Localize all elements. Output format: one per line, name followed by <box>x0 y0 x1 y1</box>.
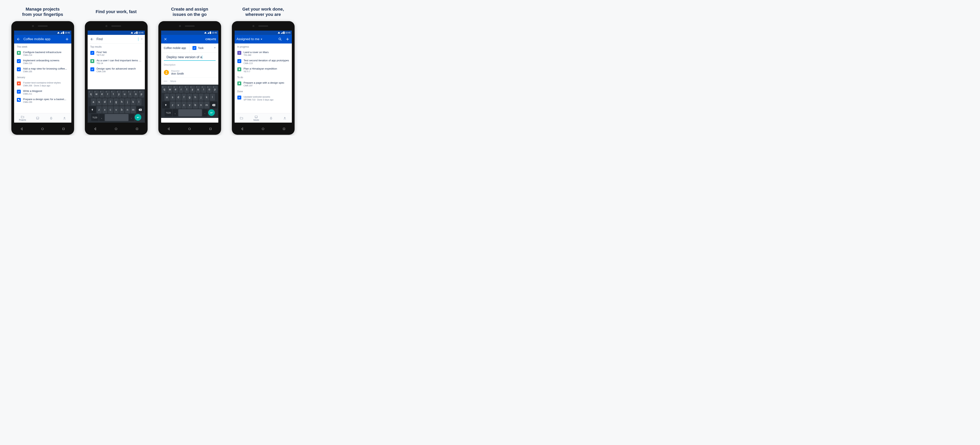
key-k[interactable]: k <box>131 98 136 105</box>
key-n[interactable]: n <box>125 106 130 113</box>
key-o[interactable]: 9o <box>133 90 138 98</box>
android-back-icon[interactable] <box>20 127 24 131</box>
summary-input[interactable]: Deploy new version of a <box>164 52 216 61</box>
android-recent-icon[interactable] <box>282 127 286 131</box>
issue-row[interactable]: Update website assetsSPTRM-710 · Done 3 … <box>235 94 292 102</box>
add-icon[interactable] <box>65 37 69 41</box>
soft-keyboard[interactable]: 1q2w3e4r5t6y7u8i9o0pasdfghjklzxcvbnm?123… <box>88 89 145 123</box>
nav-issues[interactable]: Issues <box>253 115 259 121</box>
issue-row[interactable]: Configure backend infrastructureCMA-214 <box>14 49 72 58</box>
key-x[interactable]: x <box>176 101 181 109</box>
android-back-icon[interactable] <box>240 127 244 131</box>
key-t[interactable]: 5t <box>111 90 116 98</box>
key-e[interactable]: 3e <box>100 90 105 98</box>
android-home-icon[interactable] <box>261 127 265 131</box>
key-w[interactable]: 2w <box>167 86 172 93</box>
key-g[interactable]: g <box>114 98 119 105</box>
key-v[interactable]: v <box>187 101 192 109</box>
issue-row[interactable]: Write a blogpostCMA-211 <box>14 88 72 97</box>
key-v[interactable]: v <box>114 106 119 113</box>
filter-dropdown[interactable]: Assigned to me <box>237 37 275 41</box>
more-fields[interactable]: ••• More <box>161 78 218 85</box>
key-e[interactable]: 3e <box>173 86 178 93</box>
key-m[interactable]: m <box>131 106 136 113</box>
key-c[interactable]: c <box>108 106 113 113</box>
key-a[interactable]: a <box>164 93 170 101</box>
key-n[interactable]: n <box>199 101 204 109</box>
key-a[interactable]: a <box>91 98 96 105</box>
nav-profile[interactable] <box>63 116 66 120</box>
key-p[interactable]: 0p <box>212 86 218 93</box>
issue-row[interactable]: Prepare a page with a design specCMA-197 <box>235 80 292 88</box>
key-c[interactable]: c <box>181 101 186 109</box>
issue-row[interactable]: Footer text contains inline stylesCMA-20… <box>14 80 72 88</box>
key-t[interactable]: 5t <box>184 86 189 93</box>
key-z[interactable]: z <box>97 106 102 113</box>
android-back-icon[interactable] <box>167 127 170 131</box>
key-x[interactable]: x <box>102 106 107 113</box>
issue-row[interactable]: Plan a Himalayan expeditionYETI-7 <box>235 66 292 74</box>
key-backspace[interactable] <box>137 106 144 113</box>
android-recent-icon[interactable] <box>209 127 212 131</box>
key-l[interactable]: l <box>210 93 215 101</box>
key-s[interactable]: s <box>97 98 102 105</box>
key-y[interactable]: 6y <box>116 90 121 98</box>
nav-projects[interactable]: Projects <box>19 115 26 121</box>
key-d[interactable]: d <box>102 98 107 105</box>
android-back-icon[interactable] <box>94 127 97 131</box>
nav-projects[interactable] <box>240 116 243 120</box>
description-field[interactable]: Description <box>161 61 218 69</box>
key-enter[interactable] <box>135 114 141 120</box>
key-f[interactable]: f <box>108 98 113 105</box>
key-m[interactable]: m <box>204 101 209 109</box>
key-h[interactable]: h <box>193 93 198 101</box>
key-j[interactable]: j <box>199 93 204 101</box>
nav-profile[interactable] <box>283 116 286 120</box>
key-z[interactable]: z <box>170 101 175 109</box>
android-recent-icon[interactable] <box>135 127 139 131</box>
key-period[interactable]: . <box>129 114 134 121</box>
key-i[interactable]: 8i <box>127 90 133 98</box>
key-u[interactable]: 7u <box>196 86 201 93</box>
key-o[interactable]: 9o <box>207 86 212 93</box>
back-icon[interactable] <box>89 37 94 41</box>
key-j[interactable]: j <box>125 98 130 105</box>
key-k[interactable]: k <box>204 93 209 101</box>
key-comma[interactable]: , <box>173 109 178 116</box>
key-space[interactable] <box>178 109 202 116</box>
issue-row[interactable]: Add a map view for browsing coffee...CMA… <box>14 66 72 74</box>
key-r[interactable]: 4r <box>179 86 184 93</box>
issue-row[interactable]: Land a rover on MarsTIS-340 <box>235 49 292 58</box>
android-home-icon[interactable] <box>114 127 118 131</box>
key-g[interactable]: g <box>187 93 192 101</box>
search-icon[interactable] <box>278 37 282 41</box>
key-y[interactable]: 6y <box>190 86 195 93</box>
key-l[interactable]: l <box>137 98 142 105</box>
android-home-icon[interactable] <box>41 127 44 131</box>
key-d[interactable]: d <box>176 93 181 101</box>
reporter-field[interactable]: Reporter Ann Smith <box>161 69 218 78</box>
key-q[interactable]: 1q <box>162 86 167 93</box>
key-i[interactable]: 8i <box>201 86 206 93</box>
key-s[interactable]: s <box>170 93 175 101</box>
nav-notifications[interactable] <box>49 116 53 120</box>
key-u[interactable]: 7u <box>122 90 127 98</box>
key-w[interactable]: 2w <box>94 90 99 98</box>
issue-type-selector[interactable]: Task <box>189 43 218 52</box>
nav-boards[interactable] <box>36 116 40 120</box>
android-recent-icon[interactable] <box>62 127 65 131</box>
android-home-icon[interactable] <box>188 127 191 131</box>
project-selector[interactable]: Coffee mobile app <box>161 44 190 52</box>
key-b[interactable]: b <box>119 106 124 113</box>
search-result-row[interactable]: Find YetiYETI-82 <box>88 49 145 58</box>
nav-notifications[interactable] <box>269 116 273 120</box>
key-p[interactable]: 0p <box>139 90 144 98</box>
key-shift[interactable] <box>162 101 170 109</box>
clear-icon[interactable]: × <box>141 37 143 41</box>
key-h[interactable]: h <box>119 98 124 105</box>
soft-keyboard[interactable]: 1q2w3e4r5t6y7u8i9o0pasdfghjklzxcvbnm?123… <box>161 85 218 118</box>
issue-row[interactable]: Prepare a design spec for a basket...CMA… <box>14 97 72 105</box>
key-f[interactable]: f <box>181 93 186 101</box>
create-action[interactable]: CREATE <box>205 38 216 41</box>
issue-row[interactable]: Test second iteration of app prototypesC… <box>235 58 292 66</box>
